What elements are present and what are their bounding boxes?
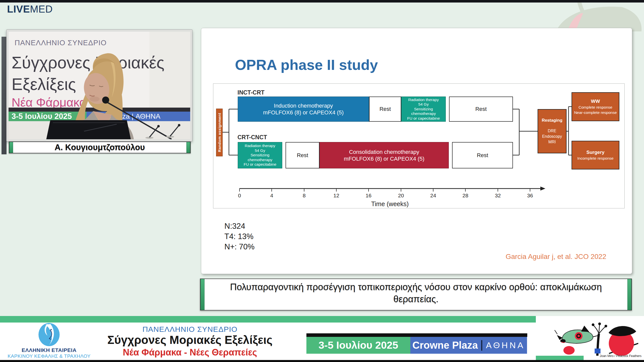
tick-label: 12 <box>333 193 339 198</box>
radiation-line: FU or capecitabine <box>407 116 440 121</box>
timeline-axis: 0 4 8 12 16 20 24 28 32 36 Time (weeks) <box>238 187 545 207</box>
radiation-line: 54 Gy <box>255 148 265 153</box>
radiation-line: Radiation therapy <box>408 98 439 102</box>
art-caption: Joan Miro / Peacock Feathers <box>600 354 641 358</box>
induction-line1: Induction chemotherapy <box>274 102 333 109</box>
radiation-line: Radiation therapy <box>245 144 275 148</box>
tick-label: 16 <box>366 193 371 198</box>
tick-label: 32 <box>495 193 501 198</box>
radiation-box-top: Radiation therapy 54 Gy Sensitizing chem… <box>401 97 446 122</box>
trial-diagram: 0 4 8 12 16 20 24 28 32 36 Time (weeks) <box>213 83 625 208</box>
ww-title: WW <box>591 99 600 104</box>
backdrop-date: 3-5 Ιουλίου 2025 <box>12 112 72 121</box>
stat-n: N:324 <box>224 222 255 232</box>
tick-label: 8 <box>303 193 306 198</box>
top-strip <box>0 0 644 3</box>
stat-nplus: N+: 70% <box>224 242 255 253</box>
citation: Garcia Aguilar j, et al. JCO 2022 <box>506 253 606 261</box>
miro-artwork-panel: Joan Miro / Peacock Feathers <box>536 316 644 362</box>
surgery-line: Incomplete response <box>577 156 614 161</box>
radiation-line: Sensitizing <box>414 107 433 112</box>
slide-panel: OPRA phase II study 0 4 <box>201 28 632 274</box>
radiation-box-bottom: Radiation therapy 54 Gy Sensitizing chem… <box>238 142 282 168</box>
backdrop-subtitle: Νέα Φάρμακα <box>12 96 86 109</box>
venue-hotel: Crowne Plaza <box>412 340 478 351</box>
banner-green-cap-right <box>627 279 631 310</box>
society-name-line1: ΕΛΛΗΝΙΚΗ ΕΤΑΙΡΕΙΑ <box>5 347 93 353</box>
rest-box-4: Rest <box>452 142 513 168</box>
session-title: Πολυπαραγοντική προσέγγιση τοπικοπεριοχή… <box>230 281 602 305</box>
speaker-name: Α. Κουγιουμτζοπούλου <box>9 143 190 152</box>
session-title-banner: Πολυπαραγοντική προσέγγιση τοπικοπεριοχή… <box>200 279 632 310</box>
rest-box-2: Rest <box>449 97 513 122</box>
restaging-line: DRE <box>548 128 556 134</box>
surgery-title: Surgery <box>586 150 605 155</box>
video-scene: ΠΑΝΕΛΛΗΝΙΟ ΣΥΝΕΔΡΙΟ Σύγχρονες Μοριακές Ε… <box>9 32 190 139</box>
surgery-box: Surgery Incomplete response <box>572 141 619 169</box>
radiation-line: chemotherapy <box>411 111 436 116</box>
trial-stats: N:324 T4: 13% N+: 70% <box>224 222 255 253</box>
date-badge: 3-5 Ιουλίου 2025 <box>306 337 410 354</box>
induction-chemo-box: Induction chemotherapy mFOLFOX6 (8) or C… <box>238 97 369 122</box>
venue-separator <box>481 340 482 351</box>
tick-label: 4 <box>270 193 273 198</box>
congress-subtitle: Νέα Φάρμακα - Νέες Θεραπείες <box>102 347 278 358</box>
consolidation-chemo-box: Consolidation chemotherapy mFOLFOX6 (8) … <box>319 142 449 168</box>
arm-inct-crt-label: INCT-CRT <box>237 89 264 96</box>
slide-title: OPRA phase II study <box>235 56 378 73</box>
footer-black-strip <box>0 360 644 362</box>
livemed-logo: LIVEMED <box>7 4 53 15</box>
backdrop-title-line1: Σύγχρονες Μοριακές <box>12 53 165 72</box>
radiation-line: 54 Gy <box>418 102 429 107</box>
consolidation-line2: mFOLFOX6 (8) or CAPEOX4 (5) <box>344 155 424 162</box>
restaging-box: Restaging DRE Endoscopy MRI <box>538 109 567 153</box>
congress-title: Σύγχρονες Μοριακές Εξελίξεις <box>102 333 278 347</box>
logo-med: MED <box>30 4 53 15</box>
congress-kicker: ΠΑΝΕΛΛΗΝΙΟ ΣΥΝΕΔΡΙΟ <box>102 325 278 334</box>
ww-line: Near-complete response <box>574 110 617 115</box>
tick-label: 0 <box>238 193 241 198</box>
video-feed[interactable]: ΠΑΝΕΛΛΗΝΙΟ ΣΥΝΕΔΡΙΟ Σύγχρονες Μοριακές Ε… <box>7 30 192 141</box>
tick-label: 20 <box>398 193 404 198</box>
radiation-line: FU or capecitabine <box>244 162 276 167</box>
backdrop-title-line2: Εξελίξεις <box>12 75 76 94</box>
venue-badge: Crowne Plaza ΑΘΗΝΑ <box>410 337 527 354</box>
rest-box-1: Rest <box>369 97 401 122</box>
time-axis-label: Time (weeks) <box>371 200 409 207</box>
stat-t4: T4: 13% <box>224 232 255 242</box>
congress-footer: ΕΛΛΗΝΙΚΗ ΕΤΑΙΡΕΙΑ ΚΑΡΚΙΝΟΥ ΚΕΦΑΛΗΣ & ΤΡΑ… <box>0 316 644 362</box>
ww-line: Complete response <box>579 105 612 110</box>
tick-label: 28 <box>462 193 468 198</box>
rest-box-3: Rest <box>286 142 319 168</box>
logo-live: LIVE <box>7 4 30 15</box>
consolidation-line1: Consolidation chemotherapy <box>349 149 419 155</box>
venue-city: ΑΘΗΝΑ <box>486 340 525 350</box>
induction-line2: mFOLFOX6 (8) or CAPEOX4 (5) <box>263 109 344 116</box>
badge-top-bar <box>306 333 527 337</box>
laptop-icon <box>46 120 131 139</box>
restaging-line: MRI <box>548 139 556 145</box>
radiation-line: Sensitizing <box>251 153 269 158</box>
tick-label: 24 <box>430 193 436 198</box>
restaging-line: Endoscopy <box>542 134 562 139</box>
webcast-page: LIVEMED ΠΑΝΕΛΛΗΝΙΟ ΣΥΝΕΔΡΙΟ Σύγχρονες Μο… <box>0 0 644 362</box>
miro-artwork <box>536 322 644 356</box>
watermark-decoration <box>541 0 644 31</box>
radiation-line: chemotherapy <box>248 158 272 162</box>
miro-green-block <box>536 356 584 360</box>
video-edge-shadow <box>2 37 7 154</box>
backdrop-kicker: ΠΑΝΕΛΛΗΝΙΟ ΣΥΝΕΔΡΙΟ <box>15 39 107 47</box>
random-assignment-box: Random assignment <box>216 109 223 156</box>
arm-crt-cnct-label: CRT-CNCT <box>237 134 267 141</box>
speaker-name-bar: Α. Κουγιουμτζοπούλου <box>9 142 191 153</box>
restaging-title: Restaging <box>542 118 562 123</box>
tick-label: 36 <box>527 193 533 198</box>
ww-box: WW Complete response Near-complete respo… <box>572 92 619 121</box>
society-name-line2: ΚΑΡΚΙΝΟΥ ΚΕΦΑΛΗΣ & ΤΡΑΧΗΛΟΥ <box>0 353 98 359</box>
banner-green-cap-left <box>200 279 205 310</box>
society-logo-icon <box>34 323 64 347</box>
random-assignment-label: Random assignment <box>217 113 222 152</box>
